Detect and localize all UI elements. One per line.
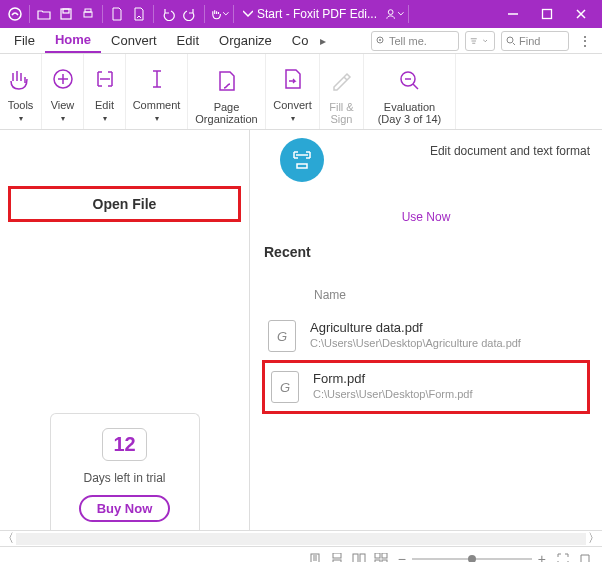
pdf-file-icon: G [271,371,299,403]
main-area: Open File 12 Days left in trial Buy Now … [0,130,602,530]
status-bar: − + [0,546,602,562]
zoom-in-button[interactable]: + [538,551,546,563]
svg-rect-17 [375,553,380,558]
scroll-right-button[interactable]: 〉 [586,531,602,547]
scroll-left-button[interactable]: 〈 [0,531,16,547]
print-icon[interactable] [78,4,98,24]
svg-point-8 [379,39,381,41]
svg-rect-2 [63,9,69,13]
doc1-icon[interactable] [107,4,127,24]
buy-now-button[interactable]: Buy Now [79,495,171,522]
tab-home[interactable]: Home [45,28,101,53]
minimize-button[interactable] [496,0,530,28]
recent-file-item[interactable]: G Agriculture data.pdfC:\Users\User\Desk… [262,312,590,360]
edit-doc-text: Edit document and text format [324,144,590,158]
menu-bar: File Home Convert Edit Organize Co ▸ Tel… [0,28,602,54]
use-now-link[interactable]: Use Now [262,210,590,224]
ribbon: Tools▾ View▾ Edit▾ Comment▾ Page Organiz… [0,54,602,130]
tab-edit[interactable]: Edit [167,29,209,52]
trial-box: 12 Days left in trial Buy Now [50,413,200,530]
filter-dropdown[interactable] [465,31,495,51]
tab-file[interactable]: File [4,29,45,52]
app-logo-icon [5,4,25,24]
tab-organize[interactable]: Organize [209,29,282,52]
svg-point-0 [9,8,21,20]
trial-days-number: 12 [102,428,146,461]
window-title[interactable]: Start - Foxit PDF Edi... [243,7,377,21]
zoom-slider[interactable] [412,558,532,560]
tab-convert[interactable]: Convert [101,29,167,52]
ribbon-page-org[interactable]: Page Organization [188,54,266,129]
recent-heading: Recent [264,244,590,260]
tabs-overflow-icon[interactable]: ▸ [318,34,328,48]
ribbon-comment[interactable]: Comment▾ [126,54,188,129]
expand-icon[interactable] [575,549,595,563]
fullscreen-icon[interactable] [553,549,573,563]
svg-rect-15 [353,554,358,563]
svg-rect-3 [84,12,92,17]
svg-rect-16 [360,554,365,563]
column-name: Name [314,288,590,302]
horizontal-scrollbar[interactable]: 〈 〉 [0,530,602,546]
recent-file-item[interactable]: G Form.pdfC:\Users\User\Desktop\Form.pdf [262,360,590,414]
open-icon[interactable] [34,4,54,24]
tab-co[interactable]: Co [282,29,319,52]
find-search[interactable]: Find [501,31,569,51]
hand-icon[interactable] [209,4,229,24]
ribbon-convert[interactable]: Convert▾ [266,54,320,129]
view-facing-cont-icon[interactable] [371,549,391,563]
more-menu[interactable]: ⋮ [572,33,598,49]
ribbon-view[interactable]: View▾ [42,54,84,129]
trial-days-text: Days left in trial [51,471,199,485]
file-name: Agriculture data.pdf [310,320,521,335]
zoom-out-button[interactable]: − [398,551,406,563]
edit-feature-icon [280,138,324,182]
redo-icon[interactable] [180,4,200,24]
svg-rect-6 [543,10,552,19]
file-path: C:\Users\User\Desktop\Form.pdf [313,388,473,400]
maximize-button[interactable] [530,0,564,28]
ribbon-fill-sign[interactable]: Fill & Sign [320,54,364,129]
right-panel: Edit document and text format Use Now Re… [250,130,602,530]
file-name: Form.pdf [313,371,473,386]
tellme-search[interactable]: Tell me. [371,31,459,51]
svg-rect-18 [382,553,387,558]
file-path: C:\Users\User\Desktop\Agriculture data.p… [310,337,521,349]
zoom-control[interactable]: − + [398,551,546,563]
svg-rect-4 [85,9,91,12]
ribbon-evaluation[interactable]: Evaluation (Day 3 of 14) [364,54,456,129]
svg-point-9 [507,37,513,43]
scroll-track[interactable] [16,533,586,545]
open-file-button[interactable]: Open File [8,186,241,222]
ribbon-tools[interactable]: Tools▾ [0,54,42,129]
svg-rect-13 [333,553,341,558]
ribbon-edit[interactable]: Edit▾ [84,54,126,129]
svg-point-5 [388,10,393,15]
view-single-icon[interactable] [305,549,325,563]
left-panel: Open File 12 Days left in trial Buy Now [0,130,250,530]
undo-icon[interactable] [158,4,178,24]
titlebar: Start - Foxit PDF Edi... [0,0,602,28]
pdf-file-icon: G [268,320,296,352]
doc2-icon[interactable] [129,4,149,24]
user-icon[interactable] [384,4,404,24]
view-continuous-icon[interactable] [327,549,347,563]
view-facing-icon[interactable] [349,549,369,563]
save-icon[interactable] [56,4,76,24]
title-text: Start - Foxit PDF Edi... [257,7,377,21]
close-button[interactable] [564,0,598,28]
